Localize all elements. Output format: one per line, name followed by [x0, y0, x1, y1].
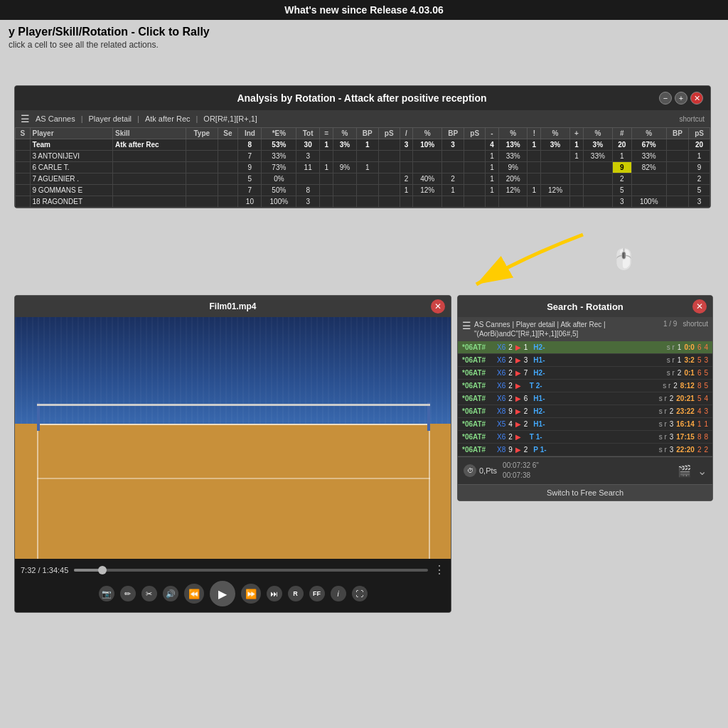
- table-cell[interactable]: [486, 196, 499, 208]
- toolbar-rotation[interactable]: OR[R#,1][R+,1]: [203, 114, 257, 123]
- table-cell[interactable]: Atk after Rec: [112, 139, 186, 151]
- free-search-bar[interactable]: Switch to Free Search: [458, 484, 712, 500]
- table-cell[interactable]: 12%: [498, 185, 528, 196]
- table-cell[interactable]: [464, 162, 486, 173]
- table-cell[interactable]: [333, 196, 356, 208]
- table-cell[interactable]: 1: [356, 139, 378, 151]
- table-cell[interactable]: 1: [486, 151, 499, 162]
- table-cell[interactable]: 10: [238, 196, 262, 208]
- volume-button[interactable]: 🔊: [163, 586, 178, 601]
- table-cell[interactable]: 1: [528, 139, 541, 151]
- table-cell[interactable]: [464, 196, 486, 208]
- table-cell[interactable]: 50%: [262, 185, 296, 196]
- table-cell[interactable]: 40%: [413, 173, 442, 185]
- table-cell[interactable]: 5: [612, 185, 631, 196]
- list-item[interactable]: *06AT# X8 9 ▶ 2 H2- s r 2 23:22 4 3: [458, 405, 712, 418]
- table-cell[interactable]: 20: [689, 139, 710, 151]
- table-cell[interactable]: [186, 196, 218, 208]
- table-cell[interactable]: 1: [486, 185, 499, 196]
- table-cell[interactable]: 2: [689, 173, 710, 185]
- table-cell[interactable]: 3 ANTONIJEVI: [30, 151, 112, 162]
- table-cell[interactable]: [320, 151, 333, 162]
- table-cell[interactable]: [320, 173, 333, 185]
- table-cell[interactable]: [218, 162, 238, 173]
- table-cell[interactable]: 33%: [631, 151, 666, 162]
- table-cell[interactable]: [218, 196, 238, 208]
- table-cell[interactable]: 11: [296, 162, 320, 173]
- table-cell[interactable]: [333, 151, 356, 162]
- table-cell[interactable]: [112, 162, 186, 173]
- table-cell[interactable]: [356, 196, 378, 208]
- table-cell[interactable]: 0%: [262, 173, 296, 185]
- table-cell[interactable]: [400, 151, 413, 162]
- table-cell[interactable]: 2: [441, 173, 464, 185]
- table-cell[interactable]: [320, 185, 333, 196]
- progress-thumb[interactable]: [98, 566, 107, 574]
- table-cell[interactable]: [441, 151, 464, 162]
- progress-bar[interactable]: [74, 569, 428, 572]
- table-cell[interactable]: 73%: [262, 162, 296, 173]
- rewind-button[interactable]: ⏪: [184, 584, 204, 604]
- table-cell[interactable]: [569, 185, 583, 196]
- table-cell[interactable]: 9: [238, 162, 262, 173]
- table-cell[interactable]: 1: [486, 162, 499, 173]
- table-cell[interactable]: [666, 196, 688, 208]
- table-cell[interactable]: 1: [441, 185, 464, 196]
- table-cell[interactable]: [356, 151, 378, 162]
- ff-button[interactable]: FF: [309, 586, 325, 601]
- table-cell[interactable]: [541, 196, 570, 208]
- table-cell[interactable]: [584, 173, 613, 185]
- video-close-button[interactable]: ✕: [431, 299, 445, 314]
- table-cell[interactable]: 20: [612, 139, 631, 151]
- table-cell[interactable]: [528, 162, 541, 173]
- table-cell[interactable]: [541, 151, 570, 162]
- table-cell[interactable]: 3: [612, 196, 631, 208]
- table-cell[interactable]: 13%: [498, 139, 528, 151]
- table-cell[interactable]: 10%: [413, 139, 442, 151]
- table-cell[interactable]: [569, 173, 583, 185]
- table-cell[interactable]: [528, 173, 541, 185]
- list-item[interactable]: *06AT# X5 4 ▶ 2 H1- s r 3 16:14 1 1: [458, 418, 712, 431]
- table-cell[interactable]: 20%: [498, 173, 528, 185]
- list-item[interactable]: *06AT# X6 2 ▶ T 2- s r 2 8:12 8 5: [458, 380, 712, 392]
- table-cell[interactable]: [569, 162, 583, 173]
- table-cell[interactable]: [112, 173, 186, 185]
- table-cell[interactable]: 12%: [413, 185, 442, 196]
- table-cell[interactable]: 33%: [584, 151, 613, 162]
- table-cell[interactable]: [528, 151, 541, 162]
- table-cell[interactable]: 1: [486, 173, 499, 185]
- table-cell[interactable]: [631, 185, 666, 196]
- table-cell[interactable]: [666, 139, 688, 151]
- search-menu-icon[interactable]: ☰: [462, 320, 471, 331]
- table-cell[interactable]: 1: [320, 162, 333, 173]
- table-cell[interactable]: [441, 162, 464, 173]
- table-cell[interactable]: [16, 151, 31, 162]
- table-cell[interactable]: 1: [528, 185, 541, 196]
- table-cell[interactable]: 2: [400, 173, 413, 185]
- table-cell[interactable]: [378, 162, 400, 173]
- toolbar-filter[interactable]: Atk after Rec: [145, 114, 191, 123]
- table-cell[interactable]: [218, 139, 238, 151]
- table-cell[interactable]: [584, 162, 613, 173]
- table-cell[interactable]: 8: [238, 139, 262, 151]
- table-cell[interactable]: 1: [400, 185, 413, 196]
- info-button[interactable]: i: [331, 586, 346, 601]
- edit-button[interactable]: ✏: [120, 586, 136, 601]
- table-cell[interactable]: [413, 196, 442, 208]
- table-cell[interactable]: [378, 173, 400, 185]
- table-cell[interactable]: 7: [238, 185, 262, 196]
- table-cell[interactable]: [498, 196, 528, 208]
- table-cell[interactable]: 5: [689, 185, 710, 196]
- table-cell[interactable]: [569, 196, 583, 208]
- table-cell[interactable]: [296, 173, 320, 185]
- table-cell[interactable]: [356, 173, 378, 185]
- table-cell[interactable]: [584, 185, 613, 196]
- table-cell[interactable]: 3: [400, 139, 413, 151]
- table-cell[interactable]: [378, 151, 400, 162]
- table-cell[interactable]: [400, 196, 413, 208]
- table-cell[interactable]: [186, 162, 218, 173]
- list-item[interactable]: *06AT# X6 2 ▶ 1 H2- s r 1 0:0 6 4: [458, 341, 712, 354]
- table-cell[interactable]: [16, 196, 31, 208]
- table-cell[interactable]: [16, 185, 31, 196]
- table-cell[interactable]: [528, 196, 541, 208]
